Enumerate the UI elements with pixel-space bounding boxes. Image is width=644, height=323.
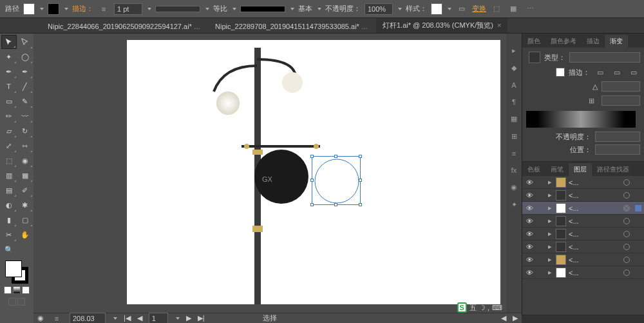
color-solid[interactable] [4, 286, 12, 294]
stroke-type-1[interactable]: ▭ [594, 66, 607, 79]
magic-wand-tool[interactable]: ✦ [1, 50, 17, 64]
paintbrush-tool[interactable]: ✎ [17, 94, 33, 108]
resize-handle-se[interactable] [359, 203, 362, 206]
scroll-arrow-left[interactable]: ◀ [501, 314, 506, 322]
line-tool[interactable]: ╱ [17, 79, 33, 93]
visibility-toggle[interactable]: 👁 [525, 242, 534, 251]
dock-icon[interactable]: ◉ [511, 183, 517, 191]
dock-icon[interactable]: ⊞ [511, 132, 517, 141]
slice-tool[interactable]: ✂ [1, 228, 17, 242]
shape-builder-tool[interactable]: ◉ [17, 153, 33, 168]
layer-item[interactable]: 👁 ▸ <... [522, 240, 644, 253]
transform-link[interactable]: 变换 [472, 4, 486, 14]
dock-icon[interactable]: ≡ [512, 150, 516, 157]
gradient-fill-swatch[interactable] [556, 68, 565, 77]
blend-tool[interactable]: ◐ [1, 198, 17, 212]
ptab-brushes[interactable]: 画笔 [545, 163, 569, 176]
chevron-down-icon[interactable] [40, 8, 44, 10]
isolate-icon[interactable]: ⬚ [490, 3, 503, 15]
resize-handle-n[interactable] [334, 155, 337, 158]
layer-item[interactable]: 👁 ▸ <... [522, 176, 644, 189]
visibility-toggle[interactable]: 👁 [525, 217, 534, 226]
zoom-tool[interactable]: 🔍 [1, 242, 17, 257]
screen-normal[interactable] [8, 298, 16, 306]
expand-icon[interactable]: ▸ [547, 217, 553, 225]
target-icon[interactable] [623, 179, 630, 186]
expand-icon[interactable]: ▸ [547, 255, 553, 264]
visibility-toggle[interactable]: 👁 [525, 255, 534, 264]
resize-handle-ne[interactable] [359, 155, 362, 158]
artboard-num-input[interactable] [149, 313, 168, 324]
expand-icon[interactable]: ▸ [547, 230, 553, 238]
canvas-area[interactable]: GX [33, 34, 506, 315]
layer-item[interactable]: 👁 ▸ <... [522, 202, 644, 215]
width-tool[interactable]: ⇿ [17, 139, 33, 153]
target-icon[interactable] [623, 269, 630, 276]
more-icon[interactable]: ⋯ [524, 3, 536, 15]
expand-icon[interactable]: ▸ [547, 191, 553, 199]
dock-icon[interactable]: ▦ [511, 115, 517, 123]
stroke-swatch[interactable] [48, 3, 59, 15]
gradient-tool[interactable]: ▤ [1, 183, 17, 197]
column-graph-tool[interactable]: ▮ [1, 213, 17, 227]
close-icon[interactable]: × [497, 21, 501, 29]
chevron-down-icon[interactable] [64, 8, 68, 10]
opacity-input[interactable] [365, 3, 393, 15]
artboard-next2[interactable]: ▶| [198, 314, 205, 322]
angle-input[interactable] [601, 81, 640, 92]
layer-item[interactable]: 👁 ▸ <... [522, 189, 644, 202]
expand-icon[interactable]: ▸ [547, 242, 553, 251]
ptab-pathfinder[interactable]: 路径查找器 [592, 163, 634, 176]
align-icon[interactable]: ▭ [455, 3, 468, 15]
scale-tool[interactable]: ⤢ [1, 139, 17, 153]
screen-full[interactable] [17, 298, 25, 306]
fill-color[interactable] [5, 260, 22, 277]
chevron-down-icon[interactable] [147, 8, 151, 10]
layer-item[interactable]: 👁 ▸ <... [522, 253, 644, 266]
artboard-prev[interactable]: |◀ [124, 314, 131, 322]
hand-tool[interactable]: ✋ [17, 228, 33, 242]
expand-icon[interactable]: ▸ [547, 178, 553, 186]
target-icon[interactable] [623, 192, 630, 199]
chevron-down-icon[interactable] [176, 317, 180, 320]
artboard-next[interactable]: ▶ [186, 314, 191, 322]
type-tool[interactable]: T [1, 79, 17, 93]
rectangle-tool[interactable]: ▭ [1, 94, 17, 108]
ptab-color-guide[interactable]: 颜色参考 [545, 35, 582, 48]
selection-bbox[interactable] [312, 156, 361, 205]
chevron-down-icon[interactable] [113, 317, 117, 320]
artboard-tool[interactable]: ▢ [17, 213, 33, 227]
direct-selection-tool[interactable] [17, 35, 33, 49]
rotate-tool[interactable]: ↻ [17, 124, 33, 138]
stroke-type-3[interactable]: ▭ [627, 66, 640, 79]
layer-item[interactable]: 👁 ▸ <... [522, 266, 644, 279]
fill-stroke-swatch[interactable] [5, 260, 28, 284]
gradient-ramp[interactable] [526, 111, 636, 128]
resize-handle-s[interactable] [334, 203, 337, 206]
resize-handle-w[interactable] [310, 179, 314, 182]
zoom-stepper[interactable]: ≡ [50, 312, 63, 324]
resize-handle-nw[interactable] [310, 155, 314, 158]
stop-position-input[interactable] [595, 144, 640, 155]
status-icon[interactable]: ◉ [37, 314, 44, 322]
pencil-tool[interactable]: ✏ [1, 109, 17, 123]
gradient-type-dropdown[interactable] [569, 52, 640, 63]
eraser-tool[interactable]: ▱ [1, 124, 17, 138]
ptab-gradient[interactable]: 渐变 [605, 35, 628, 48]
chevron-down-icon[interactable] [205, 8, 209, 10]
visibility-toggle[interactable]: 👁 [525, 204, 534, 213]
resize-handle-sw[interactable] [310, 203, 314, 206]
chevron-down-icon[interactable] [290, 8, 294, 10]
scroll-arrow-right[interactable]: ▶ [513, 314, 518, 322]
fill-swatch[interactable] [23, 3, 35, 15]
stepper-icon[interactable]: ≡ [97, 3, 110, 15]
visibility-toggle[interactable]: 👁 [525, 230, 534, 239]
ptab-layers[interactable]: 图层 [569, 163, 592, 176]
expand-icon[interactable]: ▸ [547, 268, 553, 277]
artboard-prev2[interactable]: ◀ [137, 314, 142, 322]
lasso-tool[interactable]: ◯ [17, 50, 33, 64]
selection-tool[interactable] [1, 35, 17, 49]
chevron-down-icon[interactable] [448, 8, 451, 10]
blob-brush-tool[interactable]: 〰 [17, 109, 33, 123]
brush-dropdown[interactable] [240, 6, 285, 12]
